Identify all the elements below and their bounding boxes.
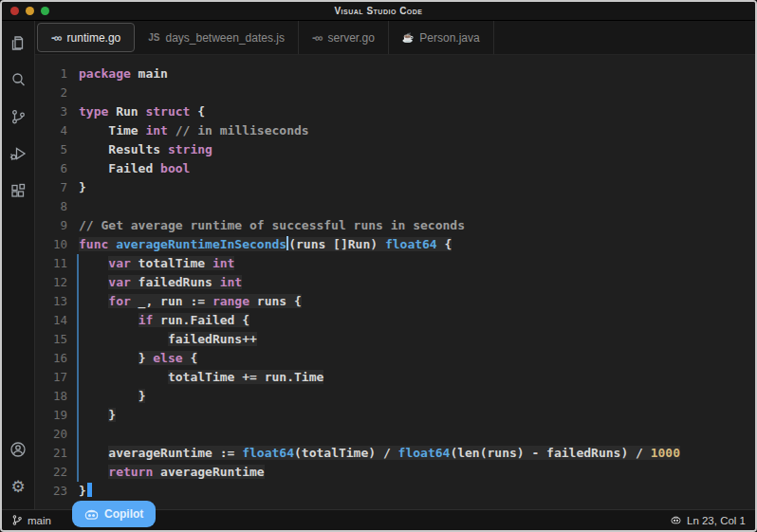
code-text: var totalTime int (79, 254, 234, 273)
line-number: 22 (35, 463, 67, 482)
branch-name: main (28, 515, 51, 526)
tab-server.go[interactable]: -∞server.go (299, 21, 389, 54)
bracket-pair-guide (77, 254, 79, 482)
code-line-23[interactable]: 23} (35, 482, 755, 501)
tab-days_between_dates.js[interactable]: JSdays_between_dates.js (135, 21, 299, 54)
code-line-10[interactable]: 10func averageRuntimeInSeconds(runs []Ru… (35, 235, 755, 254)
line-number: 4 (35, 121, 67, 140)
git-branch-indicator[interactable]: main (2, 514, 61, 526)
code-text: // Get average runtime of successful run… (79, 216, 465, 235)
copilot-status-icon (670, 514, 682, 526)
code-line-4[interactable]: 4 Time int // in milliseconds (35, 121, 755, 140)
code-line-3[interactable]: 3type Run struct { (35, 102, 755, 121)
copilot-button-label: Copilot (104, 507, 143, 521)
code-line-21[interactable]: 21 averageRuntime := float64(totalTime) … (35, 444, 755, 463)
line-number: 21 (35, 444, 67, 463)
tab-label: server.go (327, 31, 374, 45)
line-number: 23 (35, 482, 67, 501)
code-line-14[interactable]: 14 if run.Failed { (35, 311, 755, 330)
run-debug-icon[interactable] (6, 139, 30, 168)
line-number: 6 (35, 159, 67, 178)
branch-icon (11, 514, 23, 526)
code-text: package main (79, 64, 168, 83)
line-number: 10 (35, 235, 67, 254)
code-text: var failedRuns int (79, 273, 242, 292)
vscode-window: Visual Studio Code ⚙ (0, 0, 757, 532)
go-file-icon: -∞ (51, 31, 62, 45)
account-icon[interactable] (6, 435, 30, 464)
code-text: averageRuntime := float64(totalTime) / f… (79, 444, 680, 463)
code-line-15[interactable]: 15 failedRuns++ (35, 330, 755, 349)
code-editor[interactable]: 1package main23type Run struct {4 Time i… (35, 55, 755, 509)
line-number: 2 (35, 83, 67, 102)
line-number: 14 (35, 311, 67, 330)
code-text: type Run struct { (79, 102, 205, 121)
code-line-12[interactable]: 12 var failedRuns int (35, 273, 755, 292)
code-line-13[interactable]: 13 for _, run := range runs { (35, 292, 755, 311)
tab-label: runtime.go (67, 31, 121, 45)
line-number: 7 (35, 178, 67, 197)
copilot-icon (84, 507, 99, 522)
extensions-icon[interactable] (6, 176, 30, 205)
code-line-18[interactable]: 18 } (35, 387, 755, 406)
code-text: Time int // in milliseconds (79, 121, 309, 140)
code-line-20[interactable]: 20 (35, 425, 755, 444)
go-file-icon: -∞ (312, 31, 323, 45)
code-line-19[interactable]: 19 } (35, 406, 755, 425)
text-cursor (87, 483, 92, 497)
settings-gear-icon[interactable]: ⚙ (6, 472, 30, 501)
tab-bar: -∞runtime.goJSdays_between_dates.js-∞ser… (35, 21, 755, 55)
code-text: if run.Failed { (79, 311, 249, 330)
line-number: 16 (35, 349, 67, 368)
code-line-6[interactable]: 6 Failed bool (35, 159, 755, 178)
line-number: 9 (35, 216, 67, 235)
line-number: 17 (35, 368, 67, 387)
source-control-icon[interactable] (6, 102, 30, 131)
code-text: } (79, 387, 145, 406)
code-text: for _, run := range runs { (79, 292, 302, 311)
code-line-1[interactable]: 1package main (35, 64, 755, 83)
line-number: 19 (35, 406, 67, 425)
code-line-9[interactable]: 9// Get average runtime of successful ru… (35, 216, 755, 235)
code-lines: 1package main23type Run struct {4 Time i… (35, 55, 755, 501)
line-number: 20 (35, 425, 67, 444)
search-icon[interactable] (6, 65, 30, 94)
line-number: 3 (35, 102, 67, 121)
code-line-5[interactable]: 5 Results string (35, 140, 755, 159)
line-number: 5 (35, 140, 67, 159)
code-text: } else { (79, 349, 197, 368)
code-line-11[interactable]: 11 var totalTime int (35, 254, 755, 273)
code-text: } (79, 406, 116, 425)
explorer-icon[interactable] (6, 28, 30, 57)
line-number: 1 (35, 64, 67, 83)
activity-bar: ⚙ (2, 21, 35, 509)
java-file-icon: ☕ (402, 32, 414, 43)
line-number: 18 (35, 387, 67, 406)
line-number: 8 (35, 197, 67, 216)
cursor-position-indicator[interactable]: Ln 23, Col 1 (660, 514, 755, 526)
code-text: } (79, 178, 86, 197)
cursor-position-label: Ln 23, Col 1 (687, 515, 746, 526)
code-text: Failed bool (79, 159, 190, 178)
code-text: Results string (79, 140, 212, 159)
tab-label: days_between_dates.js (166, 31, 285, 45)
tab-Person.java[interactable]: ☕Person.java (389, 21, 494, 54)
code-line-2[interactable]: 2 (35, 83, 755, 102)
code-text: failedRuns++ (79, 330, 257, 349)
code-text: return averageRuntime (79, 463, 265, 482)
code-line-17[interactable]: 17 totalTime += run.Time (35, 368, 755, 387)
code-line-8[interactable]: 8 (35, 197, 755, 216)
js-file-icon: JS (148, 32, 159, 43)
tab-runtime.go[interactable]: -∞runtime.go (37, 23, 135, 52)
copilot-button[interactable]: Copilot (72, 501, 156, 527)
code-line-22[interactable]: 22 return averageRuntime (35, 463, 755, 482)
line-number: 12 (35, 273, 67, 292)
code-text: func averageRuntimeInSeconds(runs []Run)… (79, 235, 452, 254)
line-number: 15 (35, 330, 67, 349)
code-text: totalTime += run.Time (79, 368, 323, 387)
code-line-7[interactable]: 7} (35, 178, 755, 197)
code-text: } (79, 482, 92, 501)
tab-label: Person.java (419, 31, 479, 45)
code-line-16[interactable]: 16 } else { (35, 349, 755, 368)
window-title: Visual Studio Code (2, 6, 755, 16)
